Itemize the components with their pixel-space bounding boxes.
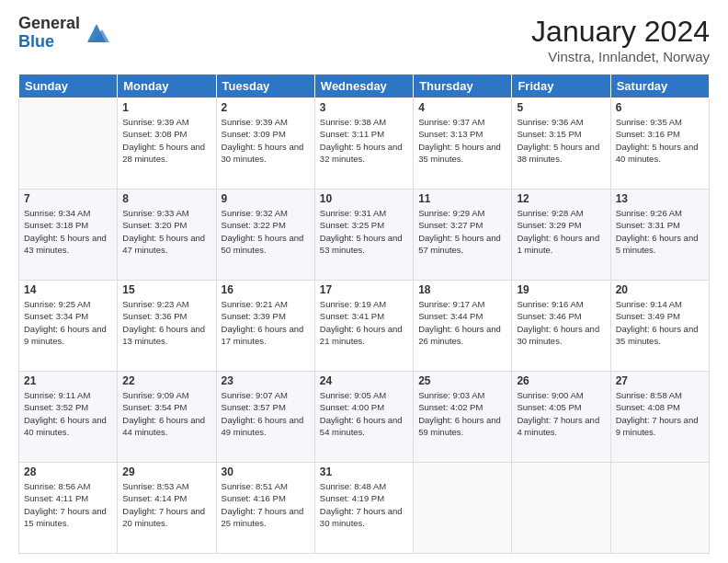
calendar-cell: 19Sunrise: 9:16 AMSunset: 3:46 PMDayligh… bbox=[512, 281, 610, 372]
day-info: Sunrise: 9:07 AMSunset: 3:57 PMDaylight:… bbox=[222, 389, 310, 438]
calendar-header-wednesday: Wednesday bbox=[314, 75, 413, 98]
logo-blue: Blue bbox=[18, 33, 80, 52]
day-info: Sunrise: 9:26 AMSunset: 3:31 PMDaylight:… bbox=[616, 207, 704, 256]
calendar-cell: 12Sunrise: 9:28 AMSunset: 3:29 PMDayligh… bbox=[512, 190, 610, 281]
day-number: 11 bbox=[418, 192, 506, 205]
day-number: 13 bbox=[616, 192, 704, 205]
calendar-cell: 13Sunrise: 9:26 AMSunset: 3:31 PMDayligh… bbox=[610, 190, 709, 281]
day-number: 22 bbox=[122, 374, 210, 387]
day-number: 24 bbox=[320, 374, 408, 387]
day-info: Sunrise: 9:11 AMSunset: 3:52 PMDaylight:… bbox=[24, 389, 112, 438]
calendar-cell bbox=[610, 463, 709, 554]
page: General Blue January 2024 Vinstra, Innla… bbox=[0, 0, 728, 563]
calendar-header-friday: Friday bbox=[512, 75, 610, 98]
day-number: 20 bbox=[616, 283, 704, 296]
calendar-cell: 31Sunrise: 8:48 AMSunset: 4:19 PMDayligh… bbox=[314, 463, 413, 554]
calendar-week-row: 1Sunrise: 9:39 AMSunset: 3:08 PMDaylight… bbox=[19, 98, 710, 190]
calendar-cell: 16Sunrise: 9:21 AMSunset: 3:39 PMDayligh… bbox=[216, 281, 314, 372]
logo: General Blue bbox=[18, 15, 109, 52]
header: General Blue January 2024 Vinstra, Innla… bbox=[18, 15, 710, 64]
day-info: Sunrise: 8:48 AMSunset: 4:19 PMDaylight:… bbox=[320, 480, 408, 529]
logo-general: General bbox=[18, 15, 80, 33]
day-number: 30 bbox=[222, 465, 310, 478]
calendar-cell: 29Sunrise: 8:53 AMSunset: 4:14 PMDayligh… bbox=[118, 463, 216, 554]
calendar-cell: 7Sunrise: 9:34 AMSunset: 3:18 PMDaylight… bbox=[19, 190, 118, 281]
day-info: Sunrise: 9:19 AMSunset: 3:41 PMDaylight:… bbox=[320, 298, 408, 347]
day-info: Sunrise: 9:39 AMSunset: 3:08 PMDaylight:… bbox=[122, 116, 210, 165]
calendar-cell bbox=[19, 98, 118, 190]
calendar-cell: 26Sunrise: 9:00 AMSunset: 4:05 PMDayligh… bbox=[512, 372, 610, 463]
day-info: Sunrise: 9:09 AMSunset: 3:54 PMDaylight:… bbox=[122, 389, 210, 438]
calendar-cell: 18Sunrise: 9:17 AMSunset: 3:44 PMDayligh… bbox=[414, 281, 512, 372]
day-info: Sunrise: 9:37 AMSunset: 3:13 PMDaylight:… bbox=[418, 116, 506, 165]
day-info: Sunrise: 8:51 AMSunset: 4:16 PMDaylight:… bbox=[222, 480, 310, 529]
day-number: 17 bbox=[320, 283, 408, 296]
day-number: 8 bbox=[122, 192, 210, 205]
day-number: 29 bbox=[122, 465, 210, 478]
day-number: 26 bbox=[517, 374, 605, 387]
day-info: Sunrise: 9:32 AMSunset: 3:22 PMDaylight:… bbox=[222, 207, 310, 256]
day-number: 7 bbox=[24, 192, 112, 205]
day-info: Sunrise: 9:21 AMSunset: 3:39 PMDaylight:… bbox=[222, 298, 310, 347]
calendar-week-row: 28Sunrise: 8:56 AMSunset: 4:11 PMDayligh… bbox=[19, 463, 710, 554]
location: Vinstra, Innlandet, Norway bbox=[531, 49, 710, 64]
day-info: Sunrise: 9:34 AMSunset: 3:18 PMDaylight:… bbox=[24, 207, 112, 256]
calendar-header-tuesday: Tuesday bbox=[216, 75, 314, 98]
month-title: January 2024 bbox=[531, 15, 710, 49]
day-number: 12 bbox=[517, 192, 605, 205]
day-number: 31 bbox=[320, 465, 408, 478]
day-info: Sunrise: 8:53 AMSunset: 4:14 PMDaylight:… bbox=[122, 480, 210, 529]
day-info: Sunrise: 9:25 AMSunset: 3:34 PMDaylight:… bbox=[24, 298, 112, 347]
calendar-cell: 6Sunrise: 9:35 AMSunset: 3:16 PMDaylight… bbox=[610, 98, 709, 190]
day-number: 2 bbox=[222, 101, 310, 114]
day-info: Sunrise: 9:03 AMSunset: 4:02 PMDaylight:… bbox=[418, 389, 506, 438]
day-info: Sunrise: 9:35 AMSunset: 3:16 PMDaylight:… bbox=[616, 116, 704, 165]
calendar-cell: 22Sunrise: 9:09 AMSunset: 3:54 PMDayligh… bbox=[118, 372, 216, 463]
calendar-cell: 21Sunrise: 9:11 AMSunset: 3:52 PMDayligh… bbox=[19, 372, 118, 463]
title-section: January 2024 Vinstra, Innlandet, Norway bbox=[531, 15, 710, 64]
calendar-cell: 5Sunrise: 9:36 AMSunset: 3:15 PMDaylight… bbox=[512, 98, 610, 190]
calendar-table: SundayMondayTuesdayWednesdayThursdayFrid… bbox=[18, 74, 710, 554]
day-number: 28 bbox=[24, 465, 112, 478]
calendar-header-sunday: Sunday bbox=[19, 75, 118, 98]
day-number: 16 bbox=[222, 283, 310, 296]
day-number: 5 bbox=[517, 101, 605, 114]
day-number: 4 bbox=[418, 101, 506, 114]
day-number: 3 bbox=[320, 101, 408, 114]
calendar-cell: 3Sunrise: 9:38 AMSunset: 3:11 PMDaylight… bbox=[314, 98, 413, 190]
calendar-week-row: 21Sunrise: 9:11 AMSunset: 3:52 PMDayligh… bbox=[19, 372, 710, 463]
day-info: Sunrise: 8:56 AMSunset: 4:11 PMDaylight:… bbox=[24, 480, 112, 529]
calendar-header-row: SundayMondayTuesdayWednesdayThursdayFrid… bbox=[19, 75, 710, 98]
calendar-cell: 4Sunrise: 9:37 AMSunset: 3:13 PMDaylight… bbox=[414, 98, 512, 190]
day-number: 25 bbox=[418, 374, 506, 387]
calendar-cell: 8Sunrise: 9:33 AMSunset: 3:20 PMDaylight… bbox=[118, 190, 216, 281]
day-number: 27 bbox=[616, 374, 704, 387]
day-info: Sunrise: 9:39 AMSunset: 3:09 PMDaylight:… bbox=[222, 116, 310, 165]
calendar-cell: 20Sunrise: 9:14 AMSunset: 3:49 PMDayligh… bbox=[610, 281, 709, 372]
calendar-header-saturday: Saturday bbox=[610, 75, 709, 98]
day-number: 14 bbox=[24, 283, 112, 296]
day-info: Sunrise: 9:28 AMSunset: 3:29 PMDaylight:… bbox=[517, 207, 605, 256]
calendar-cell: 10Sunrise: 9:31 AMSunset: 3:25 PMDayligh… bbox=[314, 190, 413, 281]
calendar-week-row: 7Sunrise: 9:34 AMSunset: 3:18 PMDaylight… bbox=[19, 190, 710, 281]
calendar-week-row: 14Sunrise: 9:25 AMSunset: 3:34 PMDayligh… bbox=[19, 281, 710, 372]
day-info: Sunrise: 9:36 AMSunset: 3:15 PMDaylight:… bbox=[517, 116, 605, 165]
calendar-cell: 14Sunrise: 9:25 AMSunset: 3:34 PMDayligh… bbox=[19, 281, 118, 372]
day-info: Sunrise: 8:58 AMSunset: 4:08 PMDaylight:… bbox=[616, 389, 704, 438]
day-info: Sunrise: 9:33 AMSunset: 3:20 PMDaylight:… bbox=[122, 207, 210, 256]
calendar-cell: 28Sunrise: 8:56 AMSunset: 4:11 PMDayligh… bbox=[19, 463, 118, 554]
logo-icon bbox=[84, 20, 109, 46]
day-info: Sunrise: 9:23 AMSunset: 3:36 PMDaylight:… bbox=[122, 298, 210, 347]
day-info: Sunrise: 9:16 AMSunset: 3:46 PMDaylight:… bbox=[517, 298, 605, 347]
calendar-cell: 9Sunrise: 9:32 AMSunset: 3:22 PMDaylight… bbox=[216, 190, 314, 281]
calendar-cell: 30Sunrise: 8:51 AMSunset: 4:16 PMDayligh… bbox=[216, 463, 314, 554]
day-number: 19 bbox=[517, 283, 605, 296]
day-info: Sunrise: 9:29 AMSunset: 3:27 PMDaylight:… bbox=[418, 207, 506, 256]
calendar-cell: 17Sunrise: 9:19 AMSunset: 3:41 PMDayligh… bbox=[314, 281, 413, 372]
day-info: Sunrise: 9:17 AMSunset: 3:44 PMDaylight:… bbox=[418, 298, 506, 347]
calendar-cell: 15Sunrise: 9:23 AMSunset: 3:36 PMDayligh… bbox=[118, 281, 216, 372]
calendar-cell: 24Sunrise: 9:05 AMSunset: 4:00 PMDayligh… bbox=[314, 372, 413, 463]
day-info: Sunrise: 9:38 AMSunset: 3:11 PMDaylight:… bbox=[320, 116, 408, 165]
calendar-cell: 25Sunrise: 9:03 AMSunset: 4:02 PMDayligh… bbox=[414, 372, 512, 463]
day-info: Sunrise: 9:14 AMSunset: 3:49 PMDaylight:… bbox=[616, 298, 704, 347]
